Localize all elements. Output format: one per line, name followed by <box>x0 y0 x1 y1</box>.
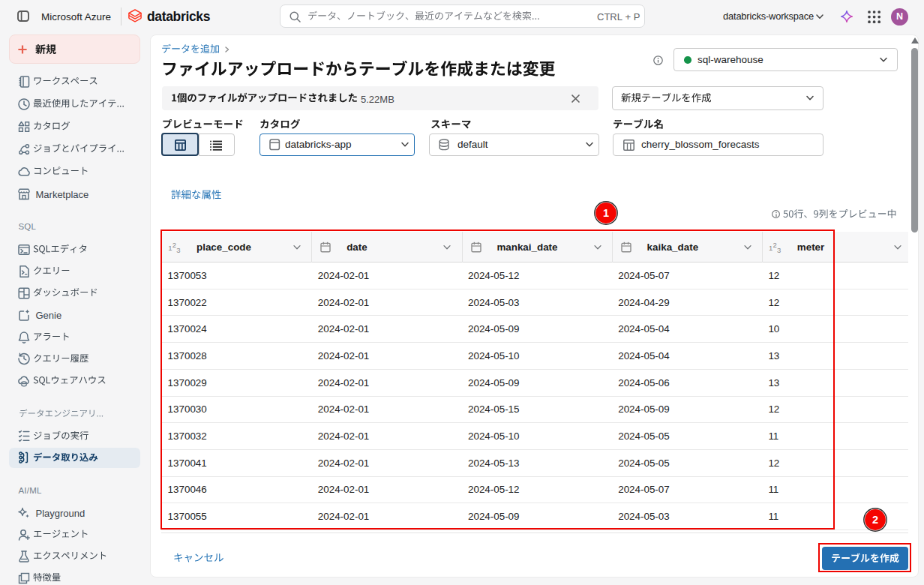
svg-text:2: 2 <box>872 514 878 526</box>
svg-text:1: 1 <box>603 207 609 219</box>
